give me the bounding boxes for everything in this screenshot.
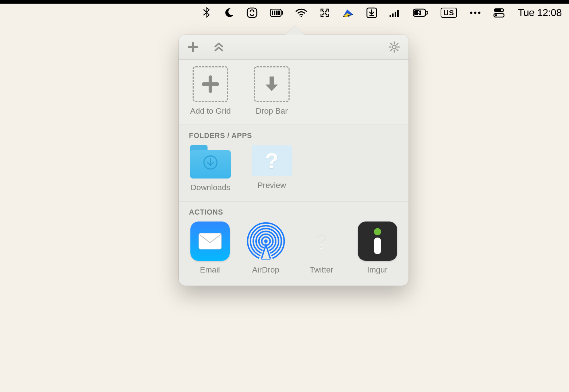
folders-apps-header: FOLDERS / APPS (189, 132, 398, 140)
email-action[interactable]: Email (189, 222, 231, 275)
add-to-grid-icon (193, 66, 228, 102)
add-to-grid-label: Add to Grid (190, 106, 231, 116)
twitter-action-label: Twitter (310, 265, 333, 275)
dropzone-panel: Add to Grid Drop Bar FOLDERS / APPS Down… (179, 35, 409, 286)
svg-rect-2 (282, 11, 283, 15)
svg-rect-9 (369, 15, 374, 16)
more-menu-icon[interactable] (469, 11, 481, 15)
drop-bar-label: Drop Bar (256, 106, 288, 116)
svg-point-20 (501, 9, 503, 11)
svg-point-23 (392, 45, 396, 49)
airdrop-action[interactable]: AirDrop (245, 222, 287, 275)
screen-resize-icon[interactable] (320, 8, 330, 18)
svg-line-28 (391, 43, 392, 45)
svg-rect-13 (397, 10, 399, 17)
drop-bar-target[interactable]: Drop Bar (250, 66, 293, 116)
battery-full-icon[interactable] (270, 9, 283, 17)
sync-icon[interactable] (247, 7, 258, 18)
toolbar-divider (206, 42, 206, 52)
collapse-up-button[interactable] (213, 41, 225, 53)
svg-point-42 (374, 228, 381, 235)
twitter-action[interactable]: ? Twitter (301, 222, 342, 275)
dropzone-menubar-icon[interactable] (366, 7, 377, 18)
input-source-indicator[interactable]: US (441, 8, 457, 18)
actions-header: ACTIONS (189, 208, 398, 216)
panel-toolbar (179, 35, 409, 60)
svg-point-18 (478, 12, 480, 14)
control-center-icon[interactable] (493, 8, 504, 17)
bluetooth-icon[interactable] (202, 7, 212, 19)
do-not-disturb-moon-icon[interactable] (224, 8, 234, 18)
actions-section: ACTIONS Email (179, 201, 409, 286)
svg-rect-34 (199, 233, 221, 249)
svg-point-22 (495, 14, 497, 16)
airdrop-action-icon (246, 222, 286, 261)
svg-rect-43 (374, 238, 381, 254)
svg-rect-3 (272, 11, 273, 15)
svg-line-31 (397, 43, 398, 45)
svg-rect-5 (276, 11, 278, 15)
window-black-border (0, 0, 569, 4)
svg-rect-6 (278, 11, 280, 15)
downloads-folder-icon (190, 145, 231, 179)
svg-point-16 (470, 12, 472, 14)
downloads-label: Downloads (191, 183, 231, 192)
battery-charging-icon[interactable] (413, 8, 428, 17)
airdrop-action-label: AirDrop (252, 265, 279, 275)
imgur-action[interactable]: Imgur (356, 222, 398, 275)
wifi-icon[interactable] (295, 8, 307, 17)
preview-app[interactable]: ? Preview (250, 145, 293, 192)
email-action-label: Email (200, 265, 220, 275)
svg-point-7 (301, 16, 302, 17)
svg-point-17 (474, 12, 476, 14)
svg-rect-4 (274, 11, 275, 15)
downloads-folder[interactable]: Downloads (189, 145, 232, 192)
grid-section: Add to Grid Drop Bar (179, 60, 409, 125)
svg-rect-10 (390, 15, 391, 17)
cellular-signal-icon[interactable] (390, 8, 400, 17)
imgur-action-label: Imgur (367, 265, 387, 275)
twitter-action-icon: ? (302, 222, 341, 261)
preview-app-icon: ? (252, 145, 292, 176)
add-to-grid-target[interactable]: Add to Grid (189, 66, 232, 116)
imgur-action-icon (358, 222, 397, 261)
add-button[interactable] (187, 41, 199, 53)
svg-line-29 (397, 50, 398, 51)
preview-label: Preview (258, 181, 286, 190)
svg-rect-32 (270, 77, 274, 85)
folders-apps-section: FOLDERS / APPS Downloads ? Preview (179, 125, 409, 201)
svg-rect-11 (392, 13, 394, 17)
drop-bar-icon (254, 66, 290, 102)
ukraine-flag-app-icon[interactable] (342, 8, 354, 17)
settings-button[interactable] (388, 41, 400, 53)
svg-rect-12 (395, 12, 396, 17)
email-action-icon (190, 222, 230, 261)
svg-line-30 (391, 50, 392, 51)
macos-menubar: US Tue 12:08 (0, 4, 569, 22)
menubar-clock[interactable]: Tue 12:08 (518, 7, 562, 19)
